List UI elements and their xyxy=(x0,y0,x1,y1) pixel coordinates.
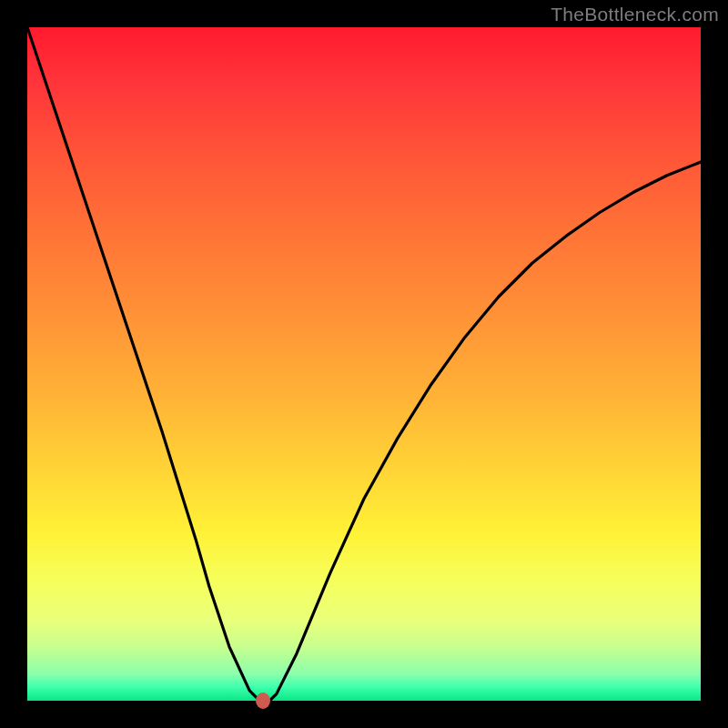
curve-svg xyxy=(27,27,701,701)
minimum-marker xyxy=(256,693,270,709)
watermark-text: TheBottleneck.com xyxy=(551,4,719,25)
chart-frame: TheBottleneck.com xyxy=(0,0,728,728)
bottleneck-curve xyxy=(27,27,701,701)
plot-area xyxy=(27,27,701,701)
